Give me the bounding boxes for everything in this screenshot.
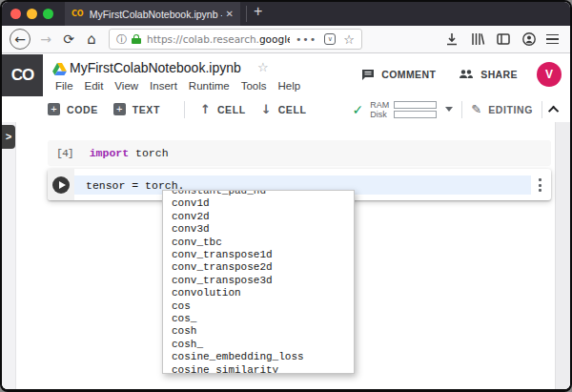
add-code-button[interactable]: CODE <box>67 104 98 115</box>
menu-edit[interactable]: Edit <box>85 80 104 92</box>
resource-labels: RAM Disk <box>370 100 389 119</box>
cell-options-icon[interactable] <box>537 176 543 194</box>
url-domain: google.com <box>259 33 290 45</box>
autocomplete-item[interactable]: cosh_ <box>163 339 354 351</box>
comment-button[interactable]: COMMENT <box>361 69 436 81</box>
menu-tools[interactable]: Tools <box>241 80 267 92</box>
cell1-code[interactable]: import torch <box>90 147 169 159</box>
left-gutter <box>2 122 16 389</box>
ram-bar <box>394 101 437 109</box>
add-text-icon: + <box>113 103 126 115</box>
connected-check-icon: ✓ <box>353 102 364 117</box>
autocomplete-item-clipped[interactable]: constant_pad_nd <box>163 190 354 197</box>
url-bar[interactable]: ⓘ https://colab.research.google.com/d ••… <box>109 29 362 50</box>
colab-header: CO MyFirstColabNotebook.ipynb ☆ File Edi… <box>2 54 570 96</box>
play-icon <box>59 181 66 189</box>
autocomplete-list: constant_pad_nd conv1d conv2d conv3d con… <box>163 191 354 374</box>
page-actions-icon[interactable]: ••• <box>296 33 317 46</box>
disk-bar <box>394 111 437 118</box>
resource-bars[interactable] <box>394 101 437 118</box>
comment-icon <box>361 69 375 81</box>
autocomplete-item[interactable]: conv_transpose2d <box>163 261 354 274</box>
notebook-toolbar: + CODE + TEXT ↑ CELL ↓ CELL ✓ RAM Disk <box>2 96 570 122</box>
reload-button[interactable]: ⟳ <box>57 28 80 51</box>
site-info-icon[interactable]: ⓘ <box>116 32 127 47</box>
pencil-icon: ✎ <box>471 102 481 116</box>
google-drive-icon <box>52 62 67 79</box>
autocomplete-item[interactable]: cosine_similarity <box>163 364 354 374</box>
url-text[interactable]: https://colab.research.google.com/d <box>147 33 290 45</box>
traffic-lights <box>10 9 53 19</box>
editing-mode-button[interactable]: EDITING <box>488 104 533 115</box>
autocomplete-item[interactable]: conv3d <box>163 223 354 236</box>
menu-file[interactable]: File <box>55 80 73 92</box>
add-code-icon: + <box>48 103 60 115</box>
notebook-content: > [4] import torch tensor = torch. const… <box>2 122 570 389</box>
account-icon[interactable] <box>521 31 537 47</box>
cell-up-icon: ↑ <box>200 102 211 116</box>
code-cell-executed[interactable]: [4] import torch <box>48 140 551 166</box>
autocomplete-item[interactable]: conv2d <box>163 211 354 223</box>
right-scroll-gutter[interactable] <box>555 122 570 389</box>
autocomplete-item[interactable]: conv_transpose3d <box>163 275 354 287</box>
move-cell-down-button[interactable]: CELL <box>278 104 307 115</box>
menu-runtime[interactable]: Runtime <box>189 80 230 92</box>
minimize-window-button[interactable] <box>27 9 37 19</box>
menu-insert[interactable]: Insert <box>150 80 177 92</box>
library-icon[interactable] <box>470 31 485 47</box>
comment-label: COMMENT <box>381 69 436 80</box>
close-window-button[interactable] <box>10 9 21 19</box>
run-cell-button[interactable] <box>52 176 70 194</box>
open-sidebar-button[interactable]: > <box>2 125 15 149</box>
autocomplete-dropdown[interactable]: constant_pad_nd conv1d conv2d conv3d con… <box>162 190 355 374</box>
tab-close-icon[interactable]: ✕ <box>226 9 234 19</box>
browser-window: CO MyFirstColabNotebook.ipynb - ✕ + ← → … <box>0 0 572 392</box>
avatar[interactable]: V <box>537 62 562 87</box>
disk-label: Disk <box>370 110 389 119</box>
zoom-window-button[interactable] <box>43 9 53 19</box>
notebook-title[interactable]: MyFirstColabNotebook.ipynb <box>70 60 241 75</box>
menu-help[interactable]: Help <box>278 80 301 92</box>
title-bar: CO MyFirstColabNotebook.ipynb - ✕ + <box>2 2 570 26</box>
colab-logo[interactable]: CO <box>2 54 43 96</box>
ram-label: RAM <box>370 100 389 110</box>
autocomplete-item[interactable]: cosh <box>163 325 354 338</box>
cell1-code-rest: torch <box>129 147 168 159</box>
menu-view[interactable]: View <box>114 80 138 92</box>
home-button[interactable]: ⌂ <box>80 28 103 51</box>
tab-separator <box>246 6 247 22</box>
move-cell-up-button[interactable]: CELL <box>217 104 246 115</box>
tab-title: MyFirstColabNotebook.ipynb - <box>90 9 222 20</box>
autocomplete-item[interactable]: convolution <box>163 287 354 299</box>
lock-icon[interactable] <box>132 34 141 44</box>
downloads-icon[interactable] <box>444 31 460 47</box>
execution-count: [4] <box>56 147 73 159</box>
autocomplete-item[interactable]: cos <box>163 300 354 313</box>
keyword-import: import <box>90 147 129 159</box>
collapse-header-icon[interactable] <box>548 105 559 115</box>
autocomplete-item[interactable]: cosine_embedding_loss <box>163 351 354 363</box>
cell-down-icon: ↓ <box>261 102 272 116</box>
autocomplete-item[interactable]: cos_ <box>163 313 354 325</box>
star-notebook-icon[interactable]: ☆ <box>257 60 269 74</box>
back-button[interactable]: ← <box>10 29 31 50</box>
url-prefix: https://colab.research. <box>147 33 259 45</box>
bookmark-star-icon[interactable]: ☆ <box>343 32 355 47</box>
sidebar-toggle-icon[interactable] <box>496 31 511 47</box>
pocket-icon[interactable]: ∨ <box>324 33 336 45</box>
menu-icon[interactable] <box>546 34 559 45</box>
autocomplete-item[interactable]: conv_tbc <box>163 237 354 249</box>
new-tab-button[interactable]: + <box>254 3 262 20</box>
forward-button[interactable]: → <box>34 28 57 51</box>
share-label: SHARE <box>480 69 518 80</box>
resources-dropdown-icon[interactable] <box>445 107 453 112</box>
share-button[interactable]: SHARE <box>459 69 518 80</box>
autocomplete-item[interactable]: conv_transpose1d <box>163 249 354 261</box>
navigation-bar: ← → ⟳ ⌂ ⓘ https://colab.research.google.… <box>2 26 570 53</box>
browser-tab[interactable]: CO MyFirstColabNotebook.ipynb - ✕ <box>65 2 240 26</box>
menu-bar: File Edit View Insert Runtime Tools Help <box>55 80 300 92</box>
share-icon <box>459 69 474 80</box>
autocomplete-item[interactable]: conv1d <box>163 197 354 210</box>
colab-favicon-icon: CO <box>72 10 84 18</box>
add-text-button[interactable]: TEXT <box>133 104 160 115</box>
